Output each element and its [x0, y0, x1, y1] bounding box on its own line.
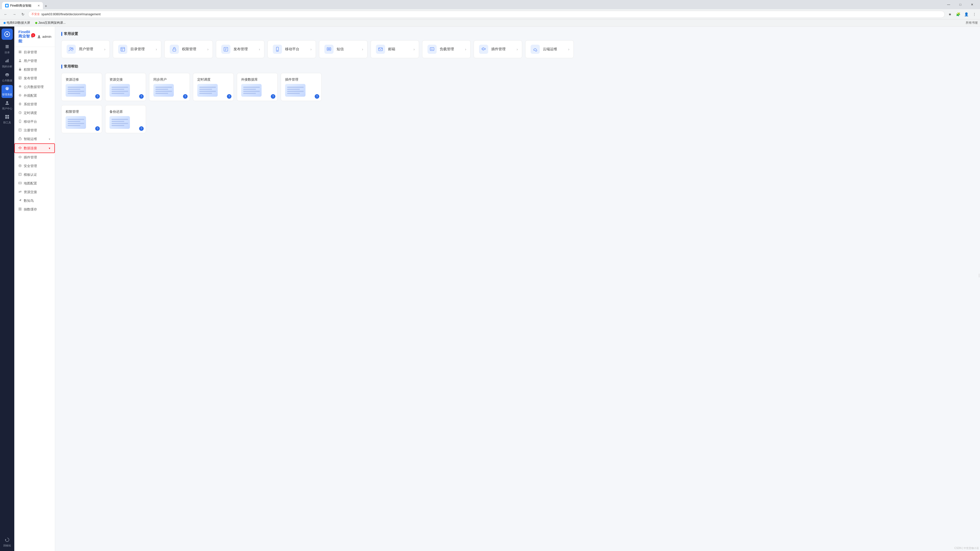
sidebar-item-publicdata[interactable]: 公共数据: [2, 71, 13, 84]
common-settings-section-title: 常用设置: [61, 32, 974, 36]
cloud-ops-card-title: 云端运维: [543, 47, 557, 52]
svg-rect-18: [19, 51, 20, 52]
help-card-permission[interactable]: 权限管理 ?: [61, 105, 102, 133]
card-sms[interactable]: 短信 ›: [319, 40, 368, 58]
plugin-mgmt-card-icon-wrap: [479, 44, 488, 54]
menu-button[interactable]: ⋮: [971, 11, 978, 18]
help-card-resource-exchange[interactable]: 资源交接 ?: [105, 73, 146, 101]
security-indicator: 不安全: [32, 12, 40, 16]
sidebar-item-usercenter[interactable]: 用户中心: [2, 99, 13, 112]
maximize-button[interactable]: □: [955, 0, 966, 9]
nav-item-permission-mgmt[interactable]: 权限管理: [14, 65, 55, 74]
sidebar-item-myanalysis[interactable]: 我的分析: [2, 57, 13, 70]
publish-mgmt-card-arrow: ›: [259, 47, 264, 51]
nav-item-user-mgmt[interactable]: 用户管理: [14, 57, 55, 65]
help-badge-external-db: ?: [271, 94, 275, 99]
notification-button[interactable]: 1: [30, 34, 34, 39]
new-tab-button[interactable]: +: [43, 3, 49, 9]
sidebar-item-bitools[interactable]: BI工具: [2, 113, 13, 126]
card-mobile-platform[interactable]: 移动平台 ›: [267, 40, 316, 58]
tab-title: FineBI商业智能: [10, 3, 32, 8]
card-publish-mgmt[interactable]: 发布管理 ›: [216, 40, 264, 58]
bookmark-java[interactable]: Java互联网架构课...: [34, 20, 67, 25]
line-1: [68, 119, 84, 120]
help-card-backup-restore[interactable]: 备份还原 ?: [105, 105, 146, 133]
svg-rect-11: [5, 115, 7, 117]
card-user-mgmt[interactable]: 用户管理 ›: [61, 40, 110, 58]
main-content: 常用设置 用户管理 ›: [55, 27, 980, 551]
sidebar-item-system[interactable]: 管理系统: [2, 85, 13, 98]
publicdata-label: 公共数据: [2, 79, 12, 83]
svg-point-47: [70, 48, 72, 49]
help-card-sync-users[interactable]: 同步用户 ?: [149, 73, 190, 101]
nav-item-plugin-mgmt[interactable]: 插件管理: [14, 153, 55, 162]
line-3: [156, 91, 172, 92]
nav-item-map-config[interactable]: 地图配置: [14, 179, 55, 188]
permission-mgmt-card-arrow: ›: [207, 47, 213, 51]
load-mgmt-card-icon-wrap: [428, 44, 437, 54]
help-badge-sync-users: ?: [183, 94, 188, 99]
nav-item-databird[interactable]: 数知鸟: [14, 197, 55, 205]
nav-item-system-mgmt[interactable]: 系统管理: [14, 100, 55, 109]
sidebar-item-catalog[interactable]: 目录: [2, 43, 13, 56]
nav-item-register[interactable]: 注册管理: [14, 126, 55, 135]
all-bookmarks-link[interactable]: 所有书签: [966, 21, 978, 25]
forward-button[interactable]: →: [11, 11, 18, 18]
help-card-schedule[interactable]: 定时调度 ?: [193, 73, 234, 101]
line-4: [199, 93, 212, 94]
help-card-resource-migration-img: [65, 84, 86, 97]
help-card-external-db-img: [241, 84, 262, 97]
nav-item-schedule[interactable]: 定时调度: [14, 109, 55, 118]
nav-item-data-connection[interactable]: 数据连接 ▼: [14, 143, 55, 153]
line-2: [68, 121, 80, 122]
nav-item-template-auth[interactable]: 模板认证: [14, 170, 55, 179]
drag-handle[interactable]: [978, 273, 980, 278]
close-button[interactable]: ✕: [966, 0, 978, 9]
nav-item-resource-exchange[interactable]: 资源交接: [14, 188, 55, 197]
line-3: [68, 123, 84, 124]
user-button[interactable]: admin: [37, 35, 51, 38]
nav-item-catalog-mgmt[interactable]: 目录管理: [14, 48, 55, 57]
active-tab[interactable]: FineBI商业智能 ✕: [2, 2, 43, 9]
nav-item-appearance[interactable]: 外观配置: [14, 91, 55, 100]
help-card-resource-migration[interactable]: 资源迁移 ?: [61, 73, 102, 101]
nav-item-publish-mgmt[interactable]: 发布管理: [14, 74, 55, 83]
star-button[interactable]: ★: [946, 11, 953, 18]
back-button[interactable]: ←: [2, 11, 9, 18]
help-card-external-db[interactable]: 外接数据库 ?: [237, 73, 278, 101]
extensions-button[interactable]: 🧩: [955, 11, 962, 18]
nav-item-abstract-cache[interactable]: 抽数缓存: [14, 205, 55, 214]
card-permission-mgmt[interactable]: 权限管理 ›: [164, 40, 213, 58]
profile-button[interactable]: 👤: [963, 11, 970, 18]
bookmarks-bar: 电商618数据大屏 Java互联网架构课... 所有书签: [0, 19, 980, 27]
card-load-mgmt[interactable]: 负载管理 ›: [422, 40, 471, 58]
help-cards-grid: 资源迁移 ? 资源交接: [61, 73, 974, 101]
nav-item-security[interactable]: 安全管理: [14, 162, 55, 170]
svg-point-56: [329, 49, 329, 49]
catalog-mgmt-card-title: 目录管理: [130, 47, 145, 52]
refresh-button[interactable]: ↻: [19, 11, 27, 18]
data-connection-icon: [18, 146, 22, 150]
card-email[interactable]: 邮箱 ›: [371, 40, 419, 58]
nav-item-smart-ops[interactable]: 智能运维 ▼: [14, 135, 55, 143]
minimize-button[interactable]: —: [943, 0, 955, 9]
svg-rect-35: [19, 129, 21, 131]
help-card-plugin-title: 插件管理: [285, 77, 298, 82]
nav-item-mobile[interactable]: 移动平台: [14, 118, 55, 126]
tab-close-button[interactable]: ✕: [38, 4, 40, 7]
line-3: [68, 91, 84, 92]
svg-rect-50: [173, 49, 176, 51]
sms-card-title: 短信: [337, 47, 344, 52]
line-4: [287, 93, 300, 94]
address-input[interactable]: 不安全 spark03:8080/finebi/decision#/manage…: [28, 11, 945, 18]
help-card-plugin[interactable]: 插件管理 ?: [281, 73, 321, 101]
nav-item-public-data[interactable]: 公共数据管理: [14, 83, 55, 91]
card-plugin-mgmt[interactable]: 插件管理 ›: [474, 40, 522, 58]
bookmark-dashboard[interactable]: 电商618数据大屏: [2, 20, 32, 25]
card-catalog-mgmt[interactable]: 目录管理 ›: [113, 40, 161, 58]
url-text: spark03:8080/finebi/decision#/management: [41, 13, 100, 16]
nav-item-permission-mgmt-label: 权限管理: [24, 67, 37, 72]
svg-point-17: [38, 35, 40, 37]
card-cloud-ops[interactable]: 云端运维 ›: [525, 40, 574, 58]
sidebar-item-recyclestation[interactable]: 回收站: [2, 536, 13, 549]
